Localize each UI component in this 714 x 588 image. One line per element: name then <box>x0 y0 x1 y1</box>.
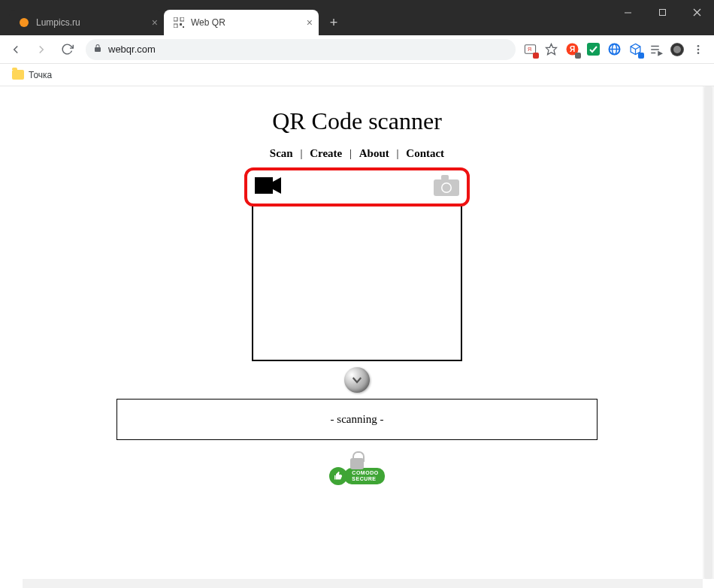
close-window-button[interactable] <box>679 0 714 24</box>
close-icon[interactable]: × <box>152 17 158 29</box>
badge-line2: SECURE <box>352 476 378 482</box>
address-bar: webqr.com Я Я <box>0 35 714 64</box>
favicon-orange-icon <box>18 17 30 29</box>
nav-create[interactable]: Create <box>310 147 342 159</box>
sep: | <box>392 147 404 159</box>
nav-menu: Scan | Create | About | Contact <box>0 147 714 160</box>
sep: | <box>295 147 307 159</box>
tab-webqr[interactable]: Web QR × <box>164 10 319 35</box>
svg-rect-1 <box>174 17 177 21</box>
bookmarks-bar: Точка <box>0 64 714 86</box>
svg-marker-12 <box>546 44 556 54</box>
svg-rect-34 <box>441 175 449 180</box>
extension-row: Я Я <box>523 43 709 56</box>
translate-ext-icon[interactable]: Я <box>523 43 537 56</box>
reload-button[interactable] <box>56 38 78 61</box>
svg-point-36 <box>443 184 451 192</box>
secure-pill: COMODO SECURE <box>344 468 384 484</box>
folder-icon <box>12 70 24 80</box>
cube-ext-icon[interactable] <box>628 43 642 56</box>
svg-point-27 <box>673 46 681 53</box>
padlock-icon <box>350 458 364 469</box>
camera-preview <box>252 205 462 361</box>
thumbs-up-icon <box>329 467 347 485</box>
favicon-qr-icon <box>173 17 185 29</box>
window-titlebar: Lumpics.ru × Web QR × + <box>0 0 714 35</box>
tab-strip: Lumpics.ru × Web QR × + <box>0 0 344 35</box>
status-text: - scanning - <box>331 413 384 425</box>
bookmark-label: Точка <box>29 70 52 80</box>
svg-rect-5 <box>183 26 184 28</box>
new-tab-button[interactable]: + <box>323 12 344 33</box>
svg-marker-32 <box>273 177 281 194</box>
scan-mode-row <box>244 167 470 207</box>
menu-icon[interactable] <box>691 43 705 56</box>
comodo-secure-badge[interactable]: COMODO SECURE <box>323 458 391 485</box>
window-controls <box>610 0 714 29</box>
nav-contact[interactable]: Contact <box>406 147 444 159</box>
svg-rect-3 <box>174 24 177 28</box>
svg-text:Я: Я <box>527 47 531 53</box>
horizontal-scrollbar[interactable] <box>23 579 703 588</box>
status-box: - scanning - <box>116 399 598 440</box>
svg-point-28 <box>697 45 700 47</box>
tab-title: Lumpics.ru <box>36 17 80 28</box>
video-camera-icon[interactable] <box>255 176 282 198</box>
minimize-button[interactable] <box>610 0 645 24</box>
expand-down-button[interactable] <box>344 367 370 393</box>
check-ext-icon[interactable] <box>586 43 600 56</box>
svg-rect-31 <box>255 177 273 194</box>
sep: | <box>345 147 356 159</box>
close-icon[interactable]: × <box>307 17 313 29</box>
bookmark-folder-tochka[interactable]: Точка <box>8 67 56 83</box>
url-text: webqr.com <box>108 44 156 55</box>
lock-icon <box>93 43 102 56</box>
page-content: QR Code scanner Scan | Create | About | … <box>0 86 714 585</box>
svg-rect-7 <box>659 9 665 15</box>
nav-about[interactable]: About <box>359 147 389 159</box>
playlist-ext-icon[interactable] <box>649 43 663 56</box>
star-icon[interactable] <box>544 43 558 56</box>
svg-rect-2 <box>180 17 184 21</box>
yandex-ext-icon[interactable]: Я <box>565 43 579 56</box>
nav-scan[interactable]: Scan <box>270 147 293 159</box>
back-button[interactable] <box>5 38 27 61</box>
svg-point-29 <box>697 48 700 50</box>
page-title: QR Code scanner <box>0 107 714 135</box>
svg-text:Я: Я <box>570 45 575 53</box>
badge-line1: COMODO <box>352 470 378 476</box>
url-input[interactable]: webqr.com <box>86 39 516 60</box>
tab-lumpics[interactable]: Lumpics.ru × <box>9 10 164 35</box>
vertical-scrollbar[interactable] <box>703 86 714 579</box>
tab-title: Web QR <box>191 17 225 28</box>
photo-camera-icon[interactable] <box>434 175 459 199</box>
maximize-button[interactable] <box>645 0 679 24</box>
svg-rect-4 <box>180 23 182 26</box>
profile-avatar-icon[interactable] <box>670 43 684 56</box>
svg-point-0 <box>20 18 29 27</box>
globe-ext-icon[interactable] <box>607 43 621 56</box>
svg-point-30 <box>697 52 700 54</box>
chevron-down-icon <box>350 373 364 387</box>
svg-marker-24 <box>658 52 662 56</box>
forward-button[interactable] <box>30 38 53 61</box>
svg-rect-15 <box>587 43 600 56</box>
